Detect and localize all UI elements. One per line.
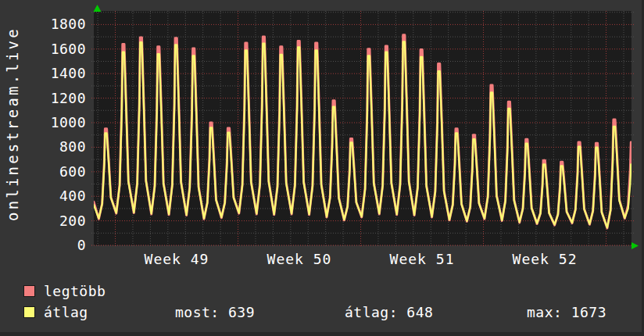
y-axis-arrow-icon bbox=[94, 5, 102, 12]
y-tick-label: 800 bbox=[31, 139, 86, 155]
y-tick-label: 1800 bbox=[31, 16, 86, 32]
y-tick-label: 400 bbox=[31, 188, 86, 204]
y-tick-label: 1000 bbox=[31, 115, 86, 130]
x-week-label: Week 52 bbox=[490, 252, 599, 267]
y-tick-label: 1400 bbox=[31, 66, 86, 81]
legend-label-max: legtöbb bbox=[44, 284, 106, 299]
stat-max: max: 1673 bbox=[527, 305, 606, 320]
legend-swatch-avg bbox=[23, 306, 35, 318]
x-axis-arrow-icon bbox=[631, 242, 639, 249]
y-tick-label: 200 bbox=[31, 213, 86, 229]
graph-title-vertical: onlinestream.live bbox=[4, 27, 21, 221]
x-week-label: Week 50 bbox=[245, 252, 354, 267]
stat-atlag: átlag: 648 bbox=[345, 305, 433, 320]
y-tick-label: 0 bbox=[31, 238, 86, 253]
legend-label-avg: átlag bbox=[44, 305, 88, 320]
legend-swatch-max bbox=[23, 285, 35, 297]
y-tick-label: 600 bbox=[31, 164, 86, 180]
x-week-label: Week 49 bbox=[122, 252, 231, 267]
x-week-label: Week 51 bbox=[367, 252, 477, 267]
traffic-graph-page: onlinestream.live 0200400600800100012001… bbox=[0, 0, 644, 336]
bottom-bevel bbox=[0, 332, 644, 336]
y-tick-label: 1600 bbox=[31, 41, 86, 57]
y-tick-label: 1200 bbox=[31, 91, 86, 106]
stat-most: most: 639 bbox=[175, 305, 255, 320]
